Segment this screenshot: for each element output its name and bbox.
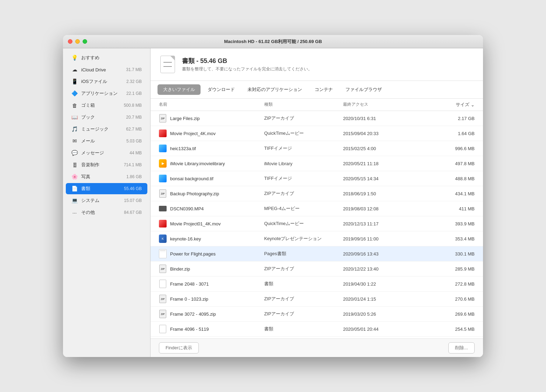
sidebar-size-trash: 500.8 MB [124,103,142,108]
minimize-button[interactable] [75,39,80,44]
table-row[interactable]: ZIP Frame 3072 - 4095.zip ZIPアーカイブ 2019/… [150,307,483,322]
sidebar-label-mail: メール [81,138,126,144]
col-name: Movie Project01_4K.mov [159,219,264,228]
table-body: ZIP Large Files.zip ZIPアーカイブ 2020/10/31 … [150,111,483,338]
sidebar-item-icloud[interactable]: ☁ iCloud Drive 31.7 MB [66,64,147,75]
col-size: 272.8 MB [422,281,475,287]
table-row[interactable]: DSCN0390.MP4 MPEG-4ムービー 2019/08/03 12:08… [150,201,483,216]
category-info: 書類 - 55.46 GB 書類を整理して、不要になったファイルを完全に消去して… [182,57,312,72]
zip-icon: ZIP [159,310,166,318]
file-name: Movie Project01_4K.mov [170,221,221,226]
sidebar-item-recommendations[interactable]: 💡 おすすめ [66,52,147,63]
col-date: 2020/12/13 11:17 [343,221,422,226]
sidebar-item-other[interactable]: ··· その他 84.67 GB [66,207,147,218]
table-row[interactable]: ZIP Binder.zip ZIPアーカイブ 2020/12/22 13:40… [150,261,483,276]
app-window: Macintosh HD - 61.02 GB利用可能 / 250.69 GB … [63,35,483,357]
file-name: DSCN0390.MP4 [170,206,204,211]
keynote-icon: K [159,234,167,243]
zip-icon: ZIP [159,189,166,198]
sidebar-icon-messages: 💬 [71,150,78,156]
table-row[interactable]: ZIP Large Files.zip ZIPアーカイブ 2020/10/31 … [150,111,483,126]
table-row[interactable]: K keynote-16.key Keynoteプレゼンテーション 2019/0… [150,231,483,246]
sidebar-size-music-creation: 714.1 MB [124,162,142,167]
file-name: keynote-16.key [170,236,201,241]
tab-containers[interactable]: コンテナ [309,84,338,95]
sidebar-icon-books: 📖 [71,114,78,120]
table-row[interactable]: ZIP Backup Photography.zip ZIPアーカイブ 2018… [150,186,483,201]
maximize-button[interactable] [83,39,87,44]
sidebar-item-books[interactable]: 📖 ブック 20.7 MB [66,112,147,123]
col-name: ZIP Backup Photography.zip [159,189,264,198]
footer: Finderに表示 削除... [150,338,483,357]
sidebar-label-trash: ゴミ箱 [81,102,124,108]
table-row[interactable]: Movie Project01_4K.mov QuickTimeムービー 202… [150,216,483,231]
table-row[interactable]: ▶ iMovie Library.imovielibrary iMovie Li… [150,156,483,171]
sidebar-item-mail[interactable]: ✉ メール 5.03 GB [66,135,147,147]
sidebar-label-system: システム [81,197,124,204]
doc-icon [159,325,166,333]
file-icon-imovie: ▶ [159,159,167,168]
table-row[interactable]: bonsai background.tif TIFFイメージ 2020/05/1… [150,171,483,186]
col-size: 411 MB [422,206,475,211]
sidebar-size-mail: 5.03 GB [126,139,142,144]
col-name: ZIP Large Files.zip [159,114,264,123]
mov-icon [159,220,167,227]
col-size: 434.1 MB [422,191,475,196]
main-content: 💡 おすすめ ☁ iCloud Drive 31.7 MB 📱 iOSファイル … [63,48,483,357]
sidebar-item-messages[interactable]: 💬 メッセージ 44 MB [66,147,147,159]
delete-button[interactable]: 削除... [448,342,475,354]
table-row[interactable]: Frame 2048 - 3071 書類 2019/04/30 1:22 272… [150,276,483,292]
col-type: QuickTimeムービー [264,130,343,136]
sidebar-item-music[interactable]: 🎵 ミュージック 62.7 MB [66,124,147,135]
table-header: 名前 種類 最終アクセス サイズ ⌄ [150,99,483,111]
tab-file-browser[interactable]: ファイルブラウザ [340,84,387,95]
sidebar-item-music-creation[interactable]: 🎛 音楽制作 714.1 MB [66,159,147,170]
col-date: 2020/10/31 6:31 [343,116,422,121]
sidebar-size-music: 62.7 MB [126,127,142,132]
col-name: Frame 2048 - 3071 [159,279,264,288]
sidebar-item-photos[interactable]: 🌸 写真 1.86 GB [66,171,147,182]
sidebar-item-ios[interactable]: 📱 iOSファイル 2.32 GB [66,76,147,87]
table-row[interactable]: heic1323a.tif TIFFイメージ 2015/02/25 4:00 9… [150,141,483,156]
col-size: 269.6 MB [422,312,475,317]
col-size: 330.1 MB [422,251,475,257]
show-in-finder-button[interactable]: Finderに表示 [159,342,199,354]
file-name: Frame 3072 - 4095.zip [170,312,216,317]
tab-unsupported[interactable]: 未対応のアプリケーション [242,84,308,95]
col-date: 2020/05/01 20:44 [343,327,422,332]
sidebar-item-applications[interactable]: 🔷 アプリケーション 22.1 GB [66,88,147,99]
col-type: ZIPアーカイブ [264,266,343,272]
mp4-icon [159,206,167,211]
file-name: Movie Project_4K.mov [170,131,216,136]
sidebar-icon-documents: 📄 [71,186,78,192]
col-date: 2018/06/19 1:50 [343,191,422,196]
file-name: Frame 0 - 1023.zip [170,296,208,302]
file-name: Large Files.zip [170,116,200,121]
file-icon-zip: ZIP [159,264,167,273]
sidebar-size-icloud: 31.7 MB [126,67,142,72]
close-button[interactable] [68,39,72,44]
col-header-name: 名前 [159,102,264,108]
col-name: bonsai background.tif [159,174,264,183]
sidebar-item-system[interactable]: 💻 システム 15.07 GB [66,195,147,206]
sidebar-item-trash[interactable]: 🗑 ゴミ箱 500.8 MB [66,100,147,111]
file-icon-pages [159,249,167,258]
col-type: TIFFイメージ [264,145,343,152]
col-date: 2019/09/16 11:00 [343,236,422,241]
tab-large-files[interactable]: 大きいファイル [158,84,201,95]
sidebar-item-documents[interactable]: 📄 書類 55.46 GB [66,183,147,194]
sidebar-size-system: 15.07 GB [124,198,142,203]
tab-downloads[interactable]: ダウンロード [202,84,240,95]
category-desc: 書類を整理して、不要になったファイルを完全に消去してください。 [182,66,312,72]
col-size: 285.9 MB [422,266,475,272]
table-row[interactable]: Power for Flight.pages Pages書類 2020/09/1… [150,246,483,261]
table-row[interactable]: ZIP Frame 0 - 1023.zip ZIPアーカイブ 2020/01/… [150,292,483,307]
sidebar-label-documents: 書類 [81,186,124,192]
table-row[interactable]: Frame 4096 - 5119 書類 2020/05/01 20:44 25… [150,322,483,337]
col-size: 996.6 MB [422,146,475,151]
sidebar-icon-recommendations: 💡 [71,55,78,61]
col-date: 2020/01/24 1:15 [343,296,422,302]
col-type: 書類 [264,326,343,332]
file-icon-zip: ZIP [159,294,167,303]
table-row[interactable]: Movie Project_4K.mov QuickTimeムービー 2015/… [150,126,483,141]
